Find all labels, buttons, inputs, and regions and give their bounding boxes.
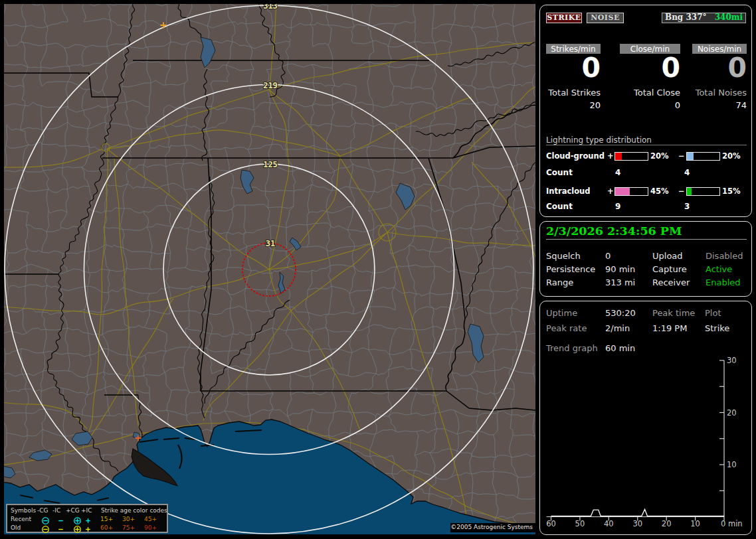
legend-col-cg-pos: +CG [66,507,80,514]
persistence-label: Persistence [546,264,595,274]
legend-symbol-glyph [84,516,92,525]
ring-label-31: 31 [266,239,275,248]
legend-symbol-glyph [73,525,82,534]
bar-fill [615,153,622,160]
persistence-value: 90 min [605,264,635,274]
x-tick-label: 40 [604,519,614,528]
x-tick-label: 20 [662,519,672,528]
minus-sign: − [678,151,685,161]
x-tick-label: 0 min [721,519,743,528]
ic-positive-bar [614,187,648,196]
count-label: Count [546,202,573,211]
close-per-min-value: 0 [620,54,680,81]
count-label: Count [546,168,573,177]
ic-negative-bar [686,187,720,196]
range-row: Range 313 mi Receiver Enabled [540,277,751,289]
total-strikes-label: Total Strikes [508,88,601,98]
upload-label: Upload [652,251,683,261]
y-tick-label: 30 [727,356,737,365]
age-code-15: 15+ [100,516,113,522]
y-tick-label: 20 [727,408,737,418]
legend-symbols-header: Symbols [11,507,36,514]
distribution-title: Lightning type distribution [546,135,652,145]
cg-positive-pct: 20% [650,151,669,161]
y-tick-label: 10 [727,460,737,469]
age-code-90: 90+ [144,524,157,531]
range-value: 313 mi [605,277,635,287]
x-tick-label: 30 [632,519,642,528]
squelch-value: 0 [605,251,611,261]
ic-negative-pct: 15% [722,187,741,196]
datetime-display: 2/3/2026 2:34:56 PM [546,224,682,238]
cloud-ground-label: Cloud-ground [546,151,605,161]
cloud-ground-row: Cloud-ground + 20% − 20% [540,151,751,161]
noises-column: Noises/min 0 Total Noises 74 [692,44,747,150]
plus-sign: + [607,151,614,161]
range-label: Range [546,277,573,287]
capture-label: Capture [652,264,687,274]
copyright-notice: ©2005 Astrogenic Systems [450,523,535,532]
legend-symbol-glyph [56,525,65,534]
ic-negative-count: 3 [684,202,690,211]
strikes-per-min-value: 0 [546,54,601,81]
age-code-45: 45+ [144,516,157,522]
minus-sign: − [678,187,685,196]
bar-fill [687,153,694,160]
age-code-30: 30+ [122,516,135,522]
upload-status: Disabled [706,251,743,261]
map-legend: Symbols -CG -IC +CG +IC Strike age color… [6,504,168,533]
receiver-label: Receiver [652,277,690,287]
legend-symbol-glyph [56,516,65,525]
total-noises-label: Total Noises [654,88,747,98]
intracloud-label: Intracloud [546,187,590,196]
legend-col-ic-neg: -IC [52,507,60,514]
trend-graph-chart: 1020306050403020100 min [540,301,751,534]
capture-status: Active [706,264,732,274]
age-code-75: 75+ [122,524,135,531]
intracloud-row: Intracloud + 45% − 15% [540,187,751,196]
lightning-map[interactable]: 31321912531 Symbols -CG -IC +CG +IC Stri… [4,4,535,534]
trend-panel: Uptime 530:20 Peak time Plot Peak rate 2… [539,301,752,535]
ring-label-125: 125 [263,160,278,169]
legend-symbol-glyph [41,525,50,534]
cg-positive-count: 4 [615,168,620,177]
x-tick-label: 10 [690,519,700,528]
legend-symbol-glyph [73,516,82,525]
legend-col-cg-neg: -CG [37,507,48,514]
status-divider [546,239,747,240]
ring-label-219: 219 [263,81,278,90]
total-close-value: 0 [620,100,680,110]
cg-negative-bar [686,152,720,161]
status-panel: 2/3/2026 2:34:56 PM Squelch 0 Upload Dis… [539,221,752,297]
cg-negative-count: 4 [684,168,690,177]
ic-positive-count: 9 [615,202,620,211]
legend-col-ic-pos: +IC [81,507,92,514]
ring-label-313: 313 [263,4,278,11]
legend-symbol-glyph [84,525,92,534]
noises-per-min-value: 0 [692,54,747,81]
map-canvas: 31321912531 [4,4,535,534]
bar-fill [687,188,692,195]
legend-row-old-label: Old [11,524,21,531]
receiver-status: Enabled [706,277,741,287]
plus-sign: + [607,187,614,196]
bar-fill [615,188,630,195]
ic-positive-pct: 45% [650,187,669,196]
intracloud-count-row: Count 9 3 [540,202,751,212]
cloud-ground-count-row: Count 4 4 [540,168,751,178]
legend-row-recent-label: Recent [11,516,31,522]
app-window: 31321912531 Symbols -CG -IC +CG +IC Stri… [0,0,756,539]
cg-positive-bar [614,152,648,161]
strike-mode-button[interactable]: STRIKE [546,13,582,23]
total-noises-value: 74 [692,100,747,110]
persistence-row: Persistence 90 min Capture Active [540,264,751,276]
bearing-range-value: 340mi [715,13,743,23]
squelch-row: Squelch 0 Upload Disabled [540,251,751,263]
noise-mode-button[interactable]: NOISE [587,13,624,23]
x-tick-label: 60 [546,519,556,528]
trend-axes [547,360,725,517]
legend-age-header: Strike age color codes [101,507,167,514]
age-code-60: 60+ [100,524,113,531]
trend-series-line [551,509,725,516]
squelch-label: Squelch [546,251,581,261]
